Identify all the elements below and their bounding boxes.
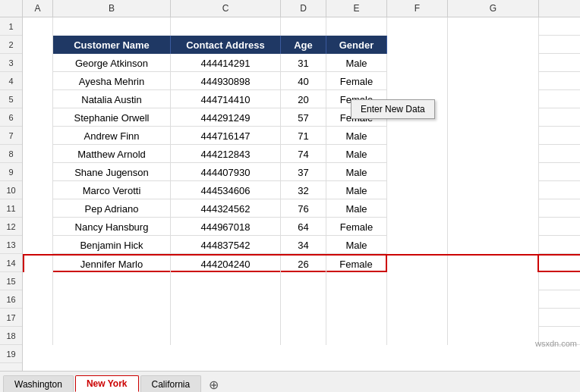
col-header-b: B bbox=[53, 0, 171, 17]
row-17 bbox=[23, 309, 580, 327]
cell-12g[interactable] bbox=[448, 218, 539, 236]
cell-7d[interactable]: 71 bbox=[281, 127, 326, 145]
cell-9e[interactable]: Male bbox=[326, 163, 387, 181]
cell-9a[interactable] bbox=[23, 163, 53, 181]
cell-10a[interactable] bbox=[23, 181, 53, 199]
cell-9b[interactable]: Shane Jugenson bbox=[53, 163, 171, 181]
cell-3a[interactable] bbox=[23, 54, 53, 72]
cell-13f[interactable] bbox=[387, 236, 448, 254]
cell-5d[interactable]: 20 bbox=[281, 90, 326, 108]
cell-2f[interactable] bbox=[387, 36, 448, 54]
cell-14e[interactable]: Female bbox=[326, 256, 387, 274]
cell-10f[interactable] bbox=[387, 181, 448, 199]
cell-3c[interactable]: 444414291 bbox=[171, 54, 281, 72]
cell-8f[interactable] bbox=[387, 145, 448, 163]
cell-6d[interactable]: 57 bbox=[281, 108, 326, 127]
cell-9d[interactable]: 37 bbox=[281, 163, 326, 181]
cell-4c[interactable]: 444930898 bbox=[171, 72, 281, 90]
cell-6b[interactable]: Stephanie Orwell bbox=[53, 108, 171, 127]
add-sheet-button[interactable]: ⊕ bbox=[206, 377, 221, 392]
cell-10d[interactable]: 32 bbox=[281, 181, 326, 199]
cell-11b[interactable]: Pep Adriano bbox=[53, 199, 171, 218]
cell-8e[interactable]: Male bbox=[326, 145, 387, 163]
cell-1f[interactable] bbox=[387, 17, 448, 36]
cell-7f[interactable] bbox=[387, 127, 448, 145]
cell-8d[interactable]: 74 bbox=[281, 145, 326, 163]
cell-14f[interactable] bbox=[387, 256, 448, 274]
cell-4d[interactable]: 40 bbox=[281, 72, 326, 90]
cell-10g[interactable] bbox=[448, 181, 539, 199]
cell-12b[interactable]: Nancy Hansburg bbox=[53, 218, 171, 236]
cell-8a[interactable] bbox=[23, 145, 53, 163]
cell-11a[interactable] bbox=[23, 199, 53, 218]
cell-7e[interactable]: Male bbox=[326, 127, 387, 145]
table-row: Marco Verotti 444534606 32 Male bbox=[23, 181, 580, 199]
cell-9g[interactable] bbox=[448, 163, 539, 181]
row-num-17: 17 bbox=[0, 309, 22, 327]
cell-1a[interactable] bbox=[23, 17, 53, 36]
cell-1e[interactable] bbox=[326, 17, 387, 36]
cell-13c[interactable]: 444837542 bbox=[171, 236, 281, 254]
cell-4e[interactable]: Female bbox=[326, 72, 387, 90]
cell-9f[interactable] bbox=[387, 163, 448, 181]
tab-washington[interactable]: Washington bbox=[3, 375, 74, 392]
cell-13e[interactable]: Male bbox=[326, 236, 387, 254]
grid-wrapper: Customer Name Contact Address Age Gender… bbox=[23, 17, 580, 371]
cell-12f[interactable] bbox=[387, 218, 448, 236]
cell-3e[interactable]: Male bbox=[326, 54, 387, 72]
cell-10b[interactable]: Marco Verotti bbox=[53, 181, 171, 199]
cell-1g[interactable] bbox=[448, 17, 539, 36]
cell-14b[interactable]: Jennifer Marlo bbox=[53, 256, 171, 274]
cell-13d[interactable]: 34 bbox=[281, 236, 326, 254]
column-headers: A B C D E F G bbox=[0, 0, 580, 17]
cell-12a[interactable] bbox=[23, 218, 53, 236]
cell-5g[interactable] bbox=[448, 90, 539, 108]
cell-11g[interactable] bbox=[448, 199, 539, 218]
cell-1c[interactable] bbox=[171, 17, 281, 36]
cell-13g[interactable] bbox=[448, 236, 539, 254]
tab-new-york[interactable]: New York bbox=[75, 375, 139, 392]
cell-4b[interactable]: Ayesha Mehrin bbox=[53, 72, 171, 90]
cell-6a[interactable] bbox=[23, 108, 53, 127]
cell-13a[interactable] bbox=[23, 236, 53, 254]
cell-5a[interactable] bbox=[23, 90, 53, 108]
cell-11d[interactable]: 76 bbox=[281, 199, 326, 218]
cell-6g[interactable]: Enter New Data bbox=[448, 108, 539, 127]
cell-4f[interactable] bbox=[387, 72, 448, 90]
cell-10c[interactable]: 444534606 bbox=[171, 181, 281, 199]
cell-9c[interactable]: 444407930 bbox=[171, 163, 281, 181]
cell-12d[interactable]: 64 bbox=[281, 218, 326, 236]
cell-10e[interactable]: Male bbox=[326, 181, 387, 199]
cell-8c[interactable]: 444212843 bbox=[171, 145, 281, 163]
cell-3d[interactable]: 31 bbox=[281, 54, 326, 72]
cell-6c[interactable]: 444291249 bbox=[171, 108, 281, 127]
cell-7b[interactable]: Andrew Finn bbox=[53, 127, 171, 145]
cell-5b[interactable]: Natalia Austin bbox=[53, 90, 171, 108]
cell-11e[interactable]: Male bbox=[326, 199, 387, 218]
cell-7g[interactable] bbox=[448, 127, 539, 145]
cell-8b[interactable]: Matthew Arnold bbox=[53, 145, 171, 163]
cell-4g[interactable] bbox=[448, 72, 539, 90]
cell-8g[interactable] bbox=[448, 145, 539, 163]
cell-3b[interactable]: George Atkinson bbox=[53, 54, 171, 72]
cell-7a[interactable] bbox=[23, 127, 53, 145]
cell-3f[interactable] bbox=[387, 54, 448, 72]
cell-1d[interactable] bbox=[281, 17, 326, 36]
cell-13b[interactable]: Benjamin Hick bbox=[53, 236, 171, 254]
cell-1b[interactable] bbox=[53, 17, 171, 36]
cell-11f[interactable] bbox=[387, 199, 448, 218]
cell-14c[interactable]: 444204240 bbox=[171, 256, 281, 274]
cell-5c[interactable]: 444714410 bbox=[171, 90, 281, 108]
cell-4a[interactable] bbox=[23, 72, 53, 90]
cell-14a[interactable] bbox=[23, 256, 53, 274]
tab-california[interactable]: California bbox=[140, 375, 202, 392]
cell-12c[interactable]: 444967018 bbox=[171, 218, 281, 236]
cell-3g[interactable] bbox=[448, 54, 539, 72]
cell-12e[interactable]: Female bbox=[326, 218, 387, 236]
cell-7c[interactable]: 444716147 bbox=[171, 127, 281, 145]
cell-14d[interactable]: 26 bbox=[281, 256, 326, 274]
cell-14g[interactable] bbox=[448, 256, 539, 274]
cell-2a[interactable] bbox=[23, 36, 53, 54]
cell-11c[interactable]: 444324562 bbox=[171, 199, 281, 218]
cell-2g[interactable] bbox=[448, 36, 539, 54]
